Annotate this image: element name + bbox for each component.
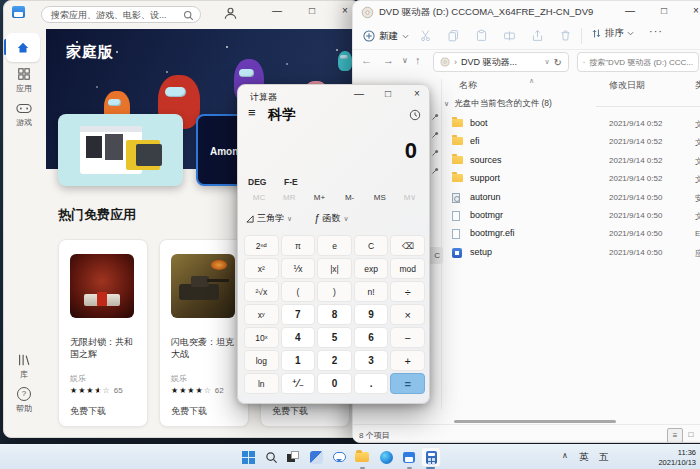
calc-key-exp[interactable]: exp — [354, 258, 389, 279]
calc-key-.[interactable]: . — [354, 373, 389, 394]
sort-button[interactable]: 排序 — [591, 27, 634, 40]
memory-key-MR[interactable]: MR — [274, 193, 304, 202]
calc-key-−[interactable]: − — [390, 327, 425, 348]
memory-key-M-[interactable]: M- — [335, 193, 365, 202]
app-card-2-download-link[interactable]: 免费下载 — [171, 405, 207, 418]
breadcrumb[interactable]: › DVD 驱动器... ∨ ↻ — [433, 52, 569, 72]
calc-key-7[interactable]: 7 — [281, 304, 316, 325]
nav-pane-divider[interactable] — [441, 79, 442, 409]
ime-mode-indicator[interactable]: 五 — [599, 451, 609, 469]
calc-key-6[interactable]: 6 — [354, 327, 389, 348]
file-row[interactable]: support2021/9/14 0:52文 — [444, 170, 700, 188]
file-group-header[interactable]: ∨光盘中当前包含的文件 (8) — [444, 98, 552, 114]
taskbar-store[interactable] — [399, 447, 419, 467]
taskbar-clock[interactable]: 11:36 2021/10/13 — [658, 448, 696, 467]
calc-close-button[interactable]: × — [406, 88, 428, 99]
file-row[interactable]: efi2021/9/14 0:52文 — [444, 133, 700, 151]
group-collapse-chevron[interactable]: ∨ — [444, 100, 449, 107]
rename-icon[interactable] — [503, 29, 516, 42]
function-dropdown[interactable]: ƒ 函数 ∨ — [314, 212, 349, 225]
column-name[interactable]: 名称 — [459, 79, 477, 92]
calc-key-2[interactable]: 2 — [317, 350, 352, 371]
file-row[interactable]: autorun2021/9/14 0:50安 — [444, 189, 700, 207]
calc-key-1[interactable]: 1 — [281, 350, 316, 371]
file-row[interactable]: boot2021/9/14 0:52文 — [444, 115, 700, 133]
calc-key-([interactable]: ( — [281, 281, 316, 302]
calc-key-log[interactable]: log — [244, 350, 279, 371]
cut-icon[interactable] — [419, 29, 432, 42]
calc-key-÷[interactable]: ÷ — [390, 281, 425, 302]
calc-key-x²[interactable]: x² — [244, 258, 279, 279]
calc-key-⌫[interactable]: ⌫ — [390, 235, 425, 256]
help-icon[interactable]: ? — [17, 387, 31, 401]
file-row[interactable]: sources2021/9/14 0:52文 — [444, 152, 700, 170]
explorer-maximize-button[interactable]: □ — [653, 5, 675, 16]
horizontal-scrollbar[interactable] — [454, 420, 616, 423]
calc-key-xʸ[interactable]: xʸ — [244, 304, 279, 325]
breadcrumb-chevron-icon[interactable]: ∨ — [544, 58, 549, 66]
calc-key-C[interactable]: C — [354, 235, 389, 256]
new-button[interactable]: 新建 — [359, 27, 413, 45]
up-button[interactable]: ↑ — [415, 54, 421, 66]
account-avatar[interactable] — [223, 6, 238, 25]
calc-key-π[interactable]: π — [281, 235, 316, 256]
calc-key-3[interactable]: 3 — [354, 350, 389, 371]
app-card-1-download-link[interactable]: 免费下载 — [70, 405, 106, 418]
delete-icon[interactable] — [559, 29, 572, 42]
file-row[interactable]: setup2021/9/14 0:50应 — [444, 244, 700, 262]
calc-key-)[interactable]: ) — [317, 281, 352, 302]
calc-key-=[interactable]: = — [390, 373, 425, 394]
angle-unit-button[interactable]: DEG — [248, 177, 266, 187]
calculator-mode[interactable]: 科学 — [268, 106, 296, 124]
file-row[interactable]: bootmgr2021/9/14 0:50文 — [444, 207, 700, 225]
details-view-button[interactable]: ≡ — [667, 428, 683, 443]
calc-key-mod[interactable]: mod — [390, 258, 425, 279]
menu-hamburger-icon[interactable]: ≡ — [248, 105, 256, 120]
taskbar-search-button[interactable] — [261, 447, 281, 467]
column-modified[interactable]: 修改日期 — [609, 79, 645, 92]
carousel-card-app[interactable] — [58, 114, 183, 186]
back-button[interactable]: ← — [361, 54, 372, 66]
store-search-input[interactable]: 搜索应用、游戏、电影、设... — [41, 6, 201, 23]
start-button[interactable] — [238, 447, 258, 467]
calc-key-10ˣ[interactable]: 10ˣ — [244, 327, 279, 348]
memory-key-M∨[interactable]: M∨ — [395, 193, 425, 202]
app-card-2[interactable]: 闪电突袭：坦克大战 娱乐 ★★★★☆62 免费下载 — [159, 239, 249, 427]
taskbar-calculator-active[interactable] — [421, 447, 441, 467]
calc-key-4[interactable]: 4 — [281, 327, 316, 348]
recent-locations-chevron[interactable]: ∨ — [402, 56, 408, 65]
calc-key-2ⁿᵈ[interactable]: 2ⁿᵈ — [244, 235, 279, 256]
taskbar-edge[interactable] — [376, 447, 396, 467]
explorer-close-button[interactable]: × — [685, 5, 700, 16]
memory-key-MS[interactable]: MS — [365, 193, 395, 202]
calc-key-|x|[interactable]: |x| — [317, 258, 352, 279]
memory-key-MC[interactable]: MC — [244, 193, 274, 202]
app-card-1[interactable]: 无限封锁：共和国之辉 娱乐 ★★★☆★☆65 免费下载 — [58, 239, 148, 427]
tray-show-hidden-icons[interactable]: ∧ — [562, 451, 568, 469]
calc-key-5[interactable]: 5 — [317, 327, 352, 348]
calc-minimize-button[interactable]: — — [348, 88, 370, 99]
refresh-icon[interactable]: ↻ — [554, 57, 562, 68]
calc-key-⁺⁄₋[interactable]: ⁺⁄₋ — [281, 373, 316, 394]
calc-key-×[interactable]: × — [390, 304, 425, 325]
app-card-3-download-link[interactable]: 免费下载 — [272, 405, 308, 418]
store-minimize-button[interactable]: — — [266, 5, 288, 16]
widgets-button[interactable] — [306, 447, 326, 467]
calc-key-²√x[interactable]: ²√x — [244, 281, 279, 302]
taskbar-file-explorer[interactable] — [352, 447, 372, 467]
task-view-button[interactable] — [283, 447, 303, 467]
forward-button[interactable]: → — [383, 54, 394, 66]
sidebar-item-home[interactable] — [6, 33, 40, 62]
explorer-search-input[interactable]: 搜索"DVD 驱动器 (D:) CCC... — [577, 52, 699, 72]
copy-icon[interactable] — [447, 29, 460, 42]
chat-button[interactable] — [329, 447, 349, 467]
share-icon[interactable] — [531, 29, 544, 42]
calc-key-⅟x[interactable]: ⅟x — [281, 258, 316, 279]
store-maximize-button[interactable]: □ — [301, 5, 323, 16]
fe-toggle-button[interactable]: F-E — [284, 177, 298, 187]
calc-key-8[interactable]: 8 — [317, 304, 352, 325]
calc-key-n![interactable]: n! — [354, 281, 389, 302]
ime-language-indicator[interactable]: 英 — [579, 451, 589, 469]
memory-key-M+[interactable]: M+ — [304, 193, 334, 202]
trigonometry-dropdown[interactable]: 三角学 ∨ — [246, 212, 292, 225]
